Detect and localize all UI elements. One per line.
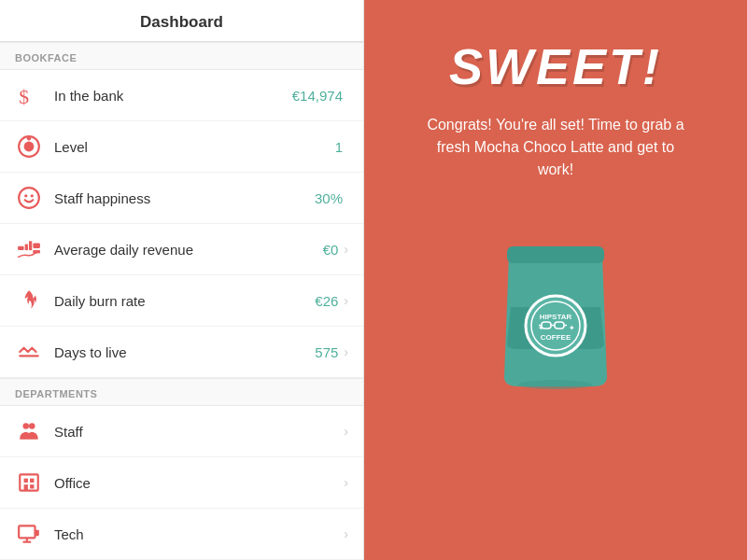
svg-text:✦: ✦ xyxy=(538,324,544,332)
revenue-label: Average daily revenue xyxy=(54,242,323,258)
svg-point-25 xyxy=(526,296,585,356)
list-item-staff[interactable]: Staff › xyxy=(0,406,363,457)
staff-chevron: › xyxy=(344,424,348,439)
list-item-happiness[interactable]: Staff happiness 30% xyxy=(0,173,363,224)
bank-icon: $ xyxy=(15,81,43,109)
list-item-bank[interactable]: $ In the bank €14,974 xyxy=(0,70,363,121)
level-icon xyxy=(15,133,43,161)
svg-point-36 xyxy=(518,380,593,389)
staff-label: Staff xyxy=(54,424,344,440)
svg-point-3 xyxy=(27,136,31,140)
list-item-days[interactable]: Days to live 575 › xyxy=(0,327,363,378)
svg-text:HIPSTAR: HIPSTAR xyxy=(540,313,572,321)
staff-icon xyxy=(15,417,43,445)
bank-value: €14,974 xyxy=(292,88,343,104)
svg-rect-17 xyxy=(30,479,34,483)
svg-text:$: $ xyxy=(19,86,29,107)
days-icon xyxy=(15,338,43,366)
svg-rect-10 xyxy=(33,244,40,248)
days-chevron: › xyxy=(344,344,348,359)
office-chevron: › xyxy=(344,475,348,490)
tech-icon xyxy=(15,520,43,548)
list-item-level[interactable]: Level 1 xyxy=(0,121,363,173)
svg-rect-15 xyxy=(20,474,38,490)
days-label: Days to live xyxy=(54,344,315,360)
happiness-value: 30% xyxy=(315,190,343,206)
svg-rect-24 xyxy=(507,246,604,263)
happiness-icon xyxy=(15,184,43,212)
right-panel: SWEET! Congrats! You're all set! Time to… xyxy=(364,0,747,560)
svg-rect-8 xyxy=(25,245,28,251)
burn-label: Daily burn rate xyxy=(54,293,315,309)
svg-text:✦: ✦ xyxy=(569,324,575,332)
coffee-cup-illustration: HIPSTAR COFFEE ✦ ✦ xyxy=(481,209,630,396)
svg-point-14 xyxy=(29,423,35,429)
svg-rect-16 xyxy=(24,479,28,483)
bookface-section-label: BOOKFACE xyxy=(0,42,363,70)
svg-text:COFFEE: COFFEE xyxy=(541,333,571,342)
tech-chevron: › xyxy=(344,526,348,541)
svg-point-2 xyxy=(24,142,35,152)
svg-rect-23 xyxy=(35,530,39,537)
list-item-burn[interactable]: Daily burn rate €26 › xyxy=(0,275,363,327)
departments-section-label: DEPARTMENTS xyxy=(0,378,363,406)
tech-label: Tech xyxy=(54,526,344,542)
svg-rect-7 xyxy=(18,246,24,250)
dashboard-header: Dashboard xyxy=(0,0,363,42)
svg-rect-18 xyxy=(24,484,28,491)
office-icon xyxy=(15,469,43,497)
days-value: 575 xyxy=(315,344,338,360)
dashboard-title: Dashboard xyxy=(140,13,223,31)
list-item-office[interactable]: Office › xyxy=(0,457,363,509)
burn-value: €26 xyxy=(315,293,338,309)
svg-rect-19 xyxy=(30,484,34,488)
left-panel: Dashboard BOOKFACE $ In the bank €14,974… xyxy=(0,0,364,560)
happiness-label: Staff happiness xyxy=(54,190,315,206)
list-item-tech[interactable]: Tech › xyxy=(0,509,363,560)
list-item-revenue[interactable]: Average daily revenue €0 › xyxy=(0,224,363,275)
revenue-value: €0 xyxy=(323,242,339,258)
revenue-icon xyxy=(15,235,43,263)
revenue-chevron: › xyxy=(344,242,348,257)
sweet-title: SWEET! xyxy=(449,37,662,95)
sweet-message: Congrats! You're all set! Time to grab a… xyxy=(425,114,686,181)
svg-rect-20 xyxy=(19,525,35,538)
office-label: Office xyxy=(54,475,344,491)
level-label: Level xyxy=(54,139,335,155)
svg-point-4 xyxy=(19,188,39,208)
svg-rect-9 xyxy=(29,241,32,250)
bank-label: In the bank xyxy=(54,88,292,104)
svg-point-13 xyxy=(23,423,30,429)
level-value: 1 xyxy=(335,139,343,155)
burn-icon xyxy=(15,287,43,315)
burn-chevron: › xyxy=(344,293,348,308)
